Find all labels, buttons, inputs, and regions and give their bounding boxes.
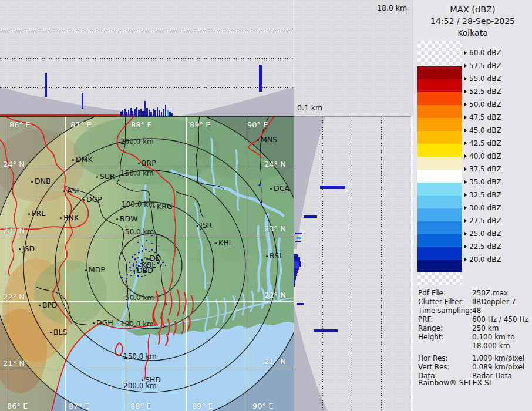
meta-value: 0.089 km/pixel: [472, 363, 531, 372]
scale-label: 30.0 dBZ: [464, 204, 501, 212]
meta-row: Clutter Filter:IIRDoppler 7: [418, 298, 531, 306]
scale-label: 20.0 dBZ: [464, 255, 501, 264]
scale-band: [417, 79, 462, 92]
scale-label: 37.5 dBZ: [464, 165, 501, 173]
legend-panel: MAX (dBZ) 14:52 / 28-Sep-2025 Kolkata 60…: [413, 0, 532, 411]
meta-row: Time sampling:48: [418, 306, 531, 315]
scale-arrow-icon: [464, 141, 467, 146]
legend-header: MAX (dBZ) 14:52 / 28-Sep-2025 Kolkata: [413, 4, 532, 39]
scale-label: 55.0 dBZ: [464, 75, 501, 83]
scale-arrow-icon: [464, 218, 467, 223]
meta-value: 600 Hz / 450 Hz: [472, 315, 531, 324]
scale-arrow-icon: [464, 50, 467, 55]
scale-arrow-icon: [464, 231, 467, 236]
top-profile-plot: [0, 0, 413, 116]
meta-label: Hor Res:: [418, 354, 448, 363]
meta-value: 1.000 km/pixel: [472, 354, 531, 363]
scale-arrow-icon: [464, 193, 467, 197]
scale-band: [417, 118, 462, 131]
scale-arrow-icon: [464, 128, 467, 133]
height-axis-max-label: 18.0 km: [377, 4, 407, 12]
meta-row: Range:250 km: [418, 324, 531, 333]
top-height-profile-panel: 18.0 km 0.1 km: [0, 0, 413, 116]
scale-band: [417, 41, 462, 66]
scale-band: [417, 196, 462, 208]
scale-arrow-icon: [464, 206, 467, 210]
scale-label: 35.0 dBZ: [464, 178, 501, 186]
scale-arrow-icon: [464, 63, 467, 68]
meta-row: Pdf File:250Z.max: [418, 289, 531, 298]
meta-value: IIRDoppler 7: [472, 298, 531, 306]
scale-label: 42.5 dBZ: [464, 139, 501, 147]
scale-label: 52.5 dBZ: [464, 87, 501, 96]
scale-swatches: [417, 41, 462, 285]
scale-arrow-icon: [464, 115, 467, 120]
scale-arrow-icon: [464, 257, 467, 262]
scale-label: 22.5 dBZ: [464, 242, 501, 251]
radar-site-name: Kolkata: [413, 27, 532, 39]
scale-band: [417, 260, 462, 272]
scale-label: 50.0 dBZ: [464, 100, 501, 109]
right-profile-plot: [294, 117, 411, 411]
legend-meta: Pdf File:250Z.maxClutter Filter:IIRDoppl…: [418, 289, 531, 380]
meta-row: Vert Res:0.089 km/pixel: [418, 363, 531, 372]
meta-row: Height:0.100 km to 18.000 km: [418, 333, 531, 351]
right-height-profile-panel: [294, 116, 411, 411]
scale-arrow-icon: [464, 102, 467, 107]
meta-value: 250 km: [472, 324, 531, 333]
scale-band: [417, 208, 462, 221]
scale-band: [417, 144, 462, 157]
map-graphics: [0, 116, 294, 411]
scale-label: 57.5 dBZ: [464, 62, 501, 70]
meta-row: Hor Res:1.000 km/pixel: [418, 354, 531, 363]
meta-label: Height:: [418, 333, 444, 342]
scale-band: [417, 92, 462, 105]
scale-band: [417, 157, 462, 170]
scale-band: [417, 183, 462, 196]
scale-label: 25.0 dBZ: [464, 230, 501, 238]
scale-band: [417, 272, 462, 285]
scale-label: 60.0 dBZ: [464, 49, 501, 57]
scale-label: 45.0 dBZ: [464, 126, 501, 134]
meta-value: 48: [472, 306, 531, 315]
scale-band: [417, 221, 462, 234]
scale-label: 32.5 dBZ: [464, 191, 501, 199]
height-axis-min-label: 0.1 km: [297, 103, 322, 112]
scale-arrow-icon: [464, 89, 467, 94]
meta-label: Vert Res:: [418, 363, 450, 372]
scale-band: [417, 66, 462, 79]
scale-arrow-icon: [464, 76, 467, 81]
scale-arrow-icon: [464, 244, 467, 249]
meta-value: 0.100 km to 18.000 km: [472, 333, 531, 351]
scale-arrow-icon: [464, 180, 467, 184]
scale-band: [417, 170, 462, 183]
scale-band: [417, 234, 462, 247]
radar-display-window: 18.0 km 0.1 km: [0, 0, 532, 411]
meta-row: PRF:600 Hz / 450 Hz: [418, 315, 531, 324]
product-title: MAX (dBZ): [413, 4, 532, 15]
scale-label: 27.5 dBZ: [464, 217, 501, 225]
software-brand: Rainbow® SELEX-SI: [418, 378, 491, 387]
product-datetime: 14:52 / 28-Sep-2025: [413, 15, 532, 27]
meta-label: Pdf File:: [418, 289, 446, 298]
scale-arrow-icon: [464, 167, 467, 171]
meta-label: Time sampling:: [418, 306, 472, 315]
scale-label: 40.0 dBZ: [464, 152, 501, 160]
scale-labels: 60.0 dBZ57.5 dBZ55.0 dBZ52.5 dBZ50.0 dBZ…: [464, 41, 530, 287]
scale-band: [417, 105, 462, 118]
meta-label: PRF:: [418, 315, 433, 324]
scale-label: 47.5 dBZ: [464, 113, 501, 122]
scale-arrow-icon: [464, 154, 467, 159]
meta-value: 250Z.max: [472, 289, 531, 298]
meta-label: Clutter Filter:: [418, 298, 464, 306]
radar-map-panel: 200.0 km150.0 km100.0 km50.0 km50.0 km10…: [0, 116, 294, 411]
meta-label: Range:: [418, 324, 443, 333]
scale-band: [417, 247, 462, 260]
scale-band: [417, 131, 462, 144]
